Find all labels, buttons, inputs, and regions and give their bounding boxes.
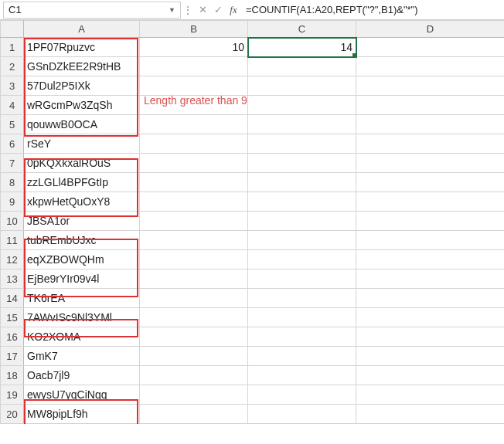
cell-D5[interactable] bbox=[356, 115, 505, 134]
cell-A19[interactable]: ewysU7yqCiNgq bbox=[24, 385, 140, 405]
row-header[interactable]: 7 bbox=[1, 154, 24, 173]
cell-B20[interactable] bbox=[140, 405, 248, 424]
cell-A6[interactable]: rSeY bbox=[24, 134, 140, 154]
name-box[interactable]: C1 ▼ bbox=[3, 2, 181, 19]
select-all-corner[interactable] bbox=[1, 21, 24, 38]
cell-C20[interactable] bbox=[248, 405, 356, 424]
formula-input[interactable]: =COUNTIF(A1:A20,REPT("?",B1)&"*") bbox=[241, 2, 504, 17]
cell-D18[interactable] bbox=[356, 366, 505, 385]
cell-B12[interactable] bbox=[140, 250, 248, 269]
row-header[interactable]: 16 bbox=[1, 327, 24, 347]
cell-C11[interactable] bbox=[248, 231, 356, 250]
cell-B6[interactable] bbox=[140, 134, 248, 154]
cell-D7[interactable] bbox=[356, 154, 505, 173]
cell-D19[interactable] bbox=[356, 385, 505, 405]
cell-A4[interactable]: wRGcmPw3ZqSh bbox=[24, 96, 140, 115]
row-header[interactable]: 9 bbox=[1, 192, 24, 212]
cell-C3[interactable] bbox=[248, 76, 356, 96]
fx-icon[interactable]: fx bbox=[226, 4, 241, 16]
cell-B7[interactable] bbox=[140, 154, 248, 173]
cell-A9[interactable]: xkpwHetQuOxY8 bbox=[24, 192, 140, 212]
row-header[interactable]: 4 bbox=[1, 96, 24, 115]
cell-C15[interactable] bbox=[248, 308, 356, 327]
row-header[interactable]: 3 bbox=[1, 76, 24, 96]
cell-C16[interactable] bbox=[248, 327, 356, 347]
column-header-b[interactable]: B bbox=[140, 21, 248, 38]
column-header-c[interactable]: C bbox=[248, 21, 356, 38]
cell-D12[interactable] bbox=[356, 250, 505, 269]
cell-B10[interactable] bbox=[140, 212, 248, 231]
cell-B11[interactable] bbox=[140, 231, 248, 250]
cell-A12[interactable]: eqXZBOWQHm bbox=[24, 250, 140, 269]
row-header[interactable]: 6 bbox=[1, 134, 24, 154]
cell-C6[interactable] bbox=[248, 134, 356, 154]
cell-A11[interactable]: tubREmbUJxc bbox=[24, 231, 140, 250]
cell-B1[interactable]: 10 bbox=[140, 38, 248, 57]
cell-C19[interactable] bbox=[248, 385, 356, 405]
cell-C13[interactable] bbox=[248, 269, 356, 289]
cell-B5[interactable] bbox=[140, 115, 248, 134]
cell-B9[interactable] bbox=[140, 192, 248, 212]
cell-B8[interactable] bbox=[140, 173, 248, 192]
cell-A18[interactable]: Oacb7jl9 bbox=[24, 366, 140, 385]
cell-C8[interactable] bbox=[248, 173, 356, 192]
cell-B15[interactable] bbox=[140, 308, 248, 327]
row-header[interactable]: 20 bbox=[1, 405, 24, 424]
cell-B2[interactable] bbox=[140, 57, 248, 76]
cell-D16[interactable] bbox=[356, 327, 505, 347]
cell-D4[interactable] bbox=[356, 96, 505, 115]
cell-C1[interactable]: 14 bbox=[248, 38, 356, 57]
cell-A13[interactable]: EjBe9rYIr09v4l bbox=[24, 269, 140, 289]
cell-C10[interactable] bbox=[248, 212, 356, 231]
cell-A1[interactable]: 1PF07Rpuzvc bbox=[24, 38, 140, 57]
cell-C2[interactable] bbox=[248, 57, 356, 76]
row-header[interactable]: 14 bbox=[1, 289, 24, 308]
row-header[interactable]: 5 bbox=[1, 115, 24, 134]
cell-A17[interactable]: GmK7 bbox=[24, 347, 140, 366]
cell-B4[interactable] bbox=[140, 96, 248, 115]
cell-C18[interactable] bbox=[248, 366, 356, 385]
cell-C14[interactable] bbox=[248, 289, 356, 308]
cell-B18[interactable] bbox=[140, 366, 248, 385]
cell-A2[interactable]: GSnDZkEE2R9tHB bbox=[24, 57, 140, 76]
row-header[interactable]: 11 bbox=[1, 231, 24, 250]
cell-D13[interactable] bbox=[356, 269, 505, 289]
cell-B13[interactable] bbox=[140, 269, 248, 289]
cell-B19[interactable] bbox=[140, 385, 248, 405]
cell-C4[interactable] bbox=[248, 96, 356, 115]
cell-D8[interactable] bbox=[356, 173, 505, 192]
cell-D20[interactable] bbox=[356, 405, 505, 424]
row-header[interactable]: 19 bbox=[1, 385, 24, 405]
row-header[interactable]: 12 bbox=[1, 250, 24, 269]
cell-D2[interactable] bbox=[356, 57, 505, 76]
cell-B3[interactable] bbox=[140, 76, 248, 96]
cell-A14[interactable]: TK6rEA bbox=[24, 289, 140, 308]
check-icon[interactable]: ✓ bbox=[210, 4, 226, 15]
cell-D3[interactable] bbox=[356, 76, 505, 96]
cell-D14[interactable] bbox=[356, 289, 505, 308]
row-header[interactable]: 17 bbox=[1, 347, 24, 366]
cell-D9[interactable] bbox=[356, 192, 505, 212]
cell-A3[interactable]: 57Dul2P5IXk bbox=[24, 76, 140, 96]
cell-A15[interactable]: 7AWvISc9Nl3YMl bbox=[24, 308, 140, 327]
cell-A20[interactable]: MW8pipLf9h bbox=[24, 405, 140, 424]
column-header-a[interactable]: A bbox=[24, 21, 140, 38]
cell-B17[interactable] bbox=[140, 347, 248, 366]
cell-D1[interactable] bbox=[356, 38, 505, 57]
row-header[interactable]: 8 bbox=[1, 173, 24, 192]
cell-A8[interactable]: zzLGLl4BPFGtIp bbox=[24, 173, 140, 192]
cell-C7[interactable] bbox=[248, 154, 356, 173]
cell-C12[interactable] bbox=[248, 250, 356, 269]
cell-B16[interactable] bbox=[140, 327, 248, 347]
row-header[interactable]: 2 bbox=[1, 57, 24, 76]
chevron-down-icon[interactable]: ▼ bbox=[169, 6, 175, 14]
cell-C5[interactable] bbox=[248, 115, 356, 134]
cell-D17[interactable] bbox=[356, 347, 505, 366]
row-header[interactable]: 18 bbox=[1, 366, 24, 385]
cell-A5[interactable]: qouwwB0OCA bbox=[24, 115, 140, 134]
cell-D6[interactable] bbox=[356, 134, 505, 154]
cell-B14[interactable] bbox=[140, 289, 248, 308]
column-header-d[interactable]: D bbox=[356, 21, 505, 38]
row-header[interactable]: 1 bbox=[1, 38, 24, 57]
row-header[interactable]: 15 bbox=[1, 308, 24, 327]
